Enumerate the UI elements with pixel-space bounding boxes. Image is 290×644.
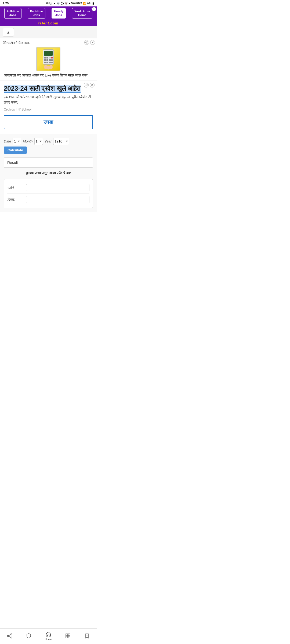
svg-rect-1 xyxy=(44,51,53,56)
big-ad-close-button[interactable]: ✕ xyxy=(90,83,95,87)
bottom-nav-grid[interactable] xyxy=(65,633,71,639)
bottom-navigation: Home xyxy=(0,628,97,644)
nav-workfromhome[interactable]: Work FromHome xyxy=(72,8,92,19)
days-input[interactable] xyxy=(26,196,89,203)
big-ad-title: 2023-24 साठी प्रवेश खुले आहेत xyxy=(4,85,93,93)
svg-point-18 xyxy=(10,637,12,638)
months-input[interactable] xyxy=(26,184,89,191)
ad-info-button[interactable]: ⓘ xyxy=(84,40,89,45)
home-label: Home xyxy=(45,638,52,641)
age-calculator-section: Date 123 Month 123 Year 191019502000 Cal… xyxy=(0,134,97,212)
nav-fulltime[interactable]: Full-timeJobs xyxy=(4,8,21,19)
year-label: Year xyxy=(45,139,52,143)
ad-close-button[interactable]: ✕ xyxy=(90,40,95,45)
svg-rect-11 xyxy=(46,62,48,63)
svg-rect-10 xyxy=(44,62,46,63)
result-box: Result xyxy=(4,158,93,168)
calculate-button[interactable]: Calculate xyxy=(4,147,27,154)
big-ad-block: ⓘ ✕ 2023-24 साठी प्रवेश खुले आहेत एक शाळ… xyxy=(0,80,97,134)
svg-point-14 xyxy=(44,65,47,69)
date-select[interactable]: 123 xyxy=(13,138,21,145)
svg-rect-13 xyxy=(51,62,53,63)
svg-point-17 xyxy=(10,634,12,635)
time-display: 4:25 xyxy=(3,2,9,5)
status-icons: ✉ 💬 ▲ 💀 ◯ 👻 ■ 58.0 KB/S 📶 4G+ ▮ xyxy=(46,2,94,5)
svg-rect-3 xyxy=(46,57,48,58)
talent-brand-text: talent.com xyxy=(38,21,58,25)
big-ad-brand: Orchids Intl' School xyxy=(4,108,93,111)
collapse-bar: ▲ xyxy=(0,26,97,38)
ad-top-marathi: पेन्सिल/पेनाने लिह नका. xyxy=(3,41,94,45)
top-navigation: Full-timeJobs Part-timeJobs HourlyJobs W… xyxy=(0,6,97,20)
ad-close-area: ⓘ ✕ xyxy=(84,40,95,45)
svg-rect-6 xyxy=(44,59,46,61)
svg-rect-23 xyxy=(68,634,70,636)
date-input-row: Date 123 Month 123 Year 191019502000 Cal… xyxy=(4,138,93,154)
age-fields-group: महिने: दिवस: xyxy=(4,179,93,208)
bottom-nav-shield[interactable] xyxy=(26,633,32,639)
svg-rect-2 xyxy=(44,57,46,58)
status-bar: 4:25 ✉ 💬 ▲ 💀 ◯ 👻 ■ 58.0 KB/S 📶 4G+ ▮ xyxy=(0,0,97,6)
nav-hourly[interactable]: HourlyJobs xyxy=(52,8,66,19)
year-select[interactable]: 191019502000 xyxy=(53,138,69,145)
svg-rect-25 xyxy=(68,636,70,638)
month-select[interactable]: 123 xyxy=(34,138,43,145)
result-text: Result xyxy=(7,160,18,165)
big-ad-info-button[interactable]: ⓘ xyxy=(84,83,89,87)
svg-rect-24 xyxy=(66,636,68,638)
bottom-nav-bookmark[interactable] xyxy=(84,633,90,639)
bookmark-icon xyxy=(84,633,90,639)
talent-brand-banner: talent.com xyxy=(0,20,97,26)
shield-icon xyxy=(26,633,32,639)
share-icon xyxy=(6,633,13,639)
svg-rect-4 xyxy=(49,57,51,58)
months-label: महिने: xyxy=(7,186,23,190)
month-label: Month xyxy=(23,139,32,143)
svg-rect-7 xyxy=(46,59,48,61)
svg-rect-12 xyxy=(49,62,51,63)
nav-parttime[interactable]: Part-timeJobs xyxy=(28,8,45,19)
svg-rect-8 xyxy=(49,59,51,61)
big-ad-close-area: ⓘ ✕ xyxy=(84,83,95,87)
collapse-button[interactable]: ▲ xyxy=(3,28,14,36)
bottom-nav-share[interactable] xyxy=(6,633,13,639)
days-label: दिवस: xyxy=(7,197,23,202)
ad-section-calculator: पेन्सिल/पेनाने लिह नका. आपल्याला जर आवडल… xyxy=(0,38,97,80)
age-subtitle: तुमच्या जन्मा पासून आत्ता पर्यंत चे वय: xyxy=(4,171,93,175)
months-field-row: महिने: xyxy=(7,182,89,194)
svg-rect-5 xyxy=(51,57,53,58)
svg-point-19 xyxy=(7,635,9,636)
grid-icon xyxy=(65,633,71,639)
svg-point-16 xyxy=(49,65,53,69)
status-time: 4:25 xyxy=(3,2,9,5)
calculator-image xyxy=(36,47,60,71)
bottom-nav-home[interactable]: Home xyxy=(45,631,52,641)
big-ad-description: एक शाळा जी परंपरागत आव्हाने देते आणि तुम… xyxy=(4,94,93,105)
svg-line-21 xyxy=(9,636,11,637)
big-ad-title-text: 2023-24 साठी प्रवेश खुले आहेत xyxy=(4,85,81,93)
calculator-svg xyxy=(39,48,58,70)
svg-rect-9 xyxy=(51,59,53,61)
ad-marathi-like-text: आपल्याला जर आवडले असेल तर Like केल्या शि… xyxy=(3,73,94,78)
big-ad-open-button[interactable]: उघडा xyxy=(4,115,93,129)
svg-rect-22 xyxy=(66,634,68,636)
home-icon xyxy=(45,631,52,637)
days-field-row: दिवस: xyxy=(7,194,89,205)
ad-info-icon[interactable]: ⓘ xyxy=(92,7,96,11)
date-label: Date xyxy=(4,139,11,143)
svg-line-20 xyxy=(9,635,11,636)
